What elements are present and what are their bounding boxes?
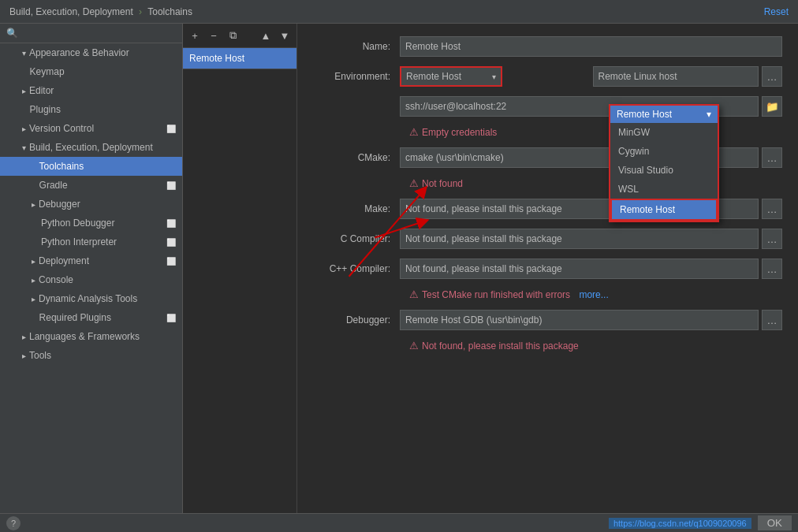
- add-toolchain-button[interactable]: +: [186, 27, 203, 44]
- sidebar-item-python-debugger[interactable]: Python Debugger ⬜: [0, 214, 182, 233]
- sidebar-item-appearance[interactable]: ▾ Appearance & Behavior: [0, 43, 182, 62]
- environment-dropdown[interactable]: Remote Host ▾: [400, 66, 502, 87]
- search-bar: 🔍: [0, 24, 182, 43]
- c-compiler-field: Not found, please install this package …: [400, 229, 782, 249]
- sidebar-item-label: Dynamic Analysis Tools: [39, 293, 137, 304]
- make-field: Not found, please install this package …: [400, 199, 782, 219]
- sidebar-item-toolchains[interactable]: Toolchains: [0, 157, 182, 176]
- reset-button[interactable]: Reset: [764, 6, 789, 17]
- environment-field: Remote Host ▾ Remote Linux host …: [400, 66, 782, 87]
- popup-item-remote-host[interactable]: Remote Host: [610, 199, 718, 221]
- debugger-more-button[interactable]: …: [762, 310, 782, 330]
- main-layout: 🔍 ▾ Appearance & Behavior Keymap ▸ Edito…: [0, 24, 798, 513]
- arrow-icon: ▸: [32, 200, 35, 209]
- settings-icon: ⬜: [166, 314, 176, 322]
- sidebar-item-label: Required Plugins: [39, 312, 111, 323]
- search-input[interactable]: [21, 28, 176, 39]
- toolchain-remote-host[interactable]: Remote Host: [183, 48, 296, 69]
- cmake-field: cmake (\usr\bin\cmake) …: [400, 147, 782, 168]
- center-panel: + − ⧉ ▲ ▼ Remote Host: [183, 24, 297, 513]
- search-icon: 🔍: [6, 28, 18, 39]
- env-selected-label: Remote Host: [406, 71, 461, 82]
- c-compiler-label: C Compiler:: [313, 233, 400, 244]
- sidebar-item-label: Tools: [29, 350, 51, 361]
- sidebar-item-label: Build, Execution, Deployment: [29, 142, 153, 153]
- cmake-label: CMake:: [313, 152, 400, 163]
- arrow-icon: ▾: [22, 143, 26, 152]
- name-input[interactable]: [400, 36, 782, 57]
- c-compiler-row: C Compiler: Not found, please install th…: [313, 229, 782, 249]
- arrow-icon: ▸: [32, 257, 35, 266]
- center-toolbar: + − ⧉ ▲ ▼: [183, 24, 296, 48]
- remove-toolchain-button[interactable]: −: [205, 27, 222, 44]
- debugger-row: Debugger: Remote Host GDB (\usr\bin\gdb)…: [313, 310, 782, 330]
- sidebar-item-label: Toolchains: [39, 161, 84, 172]
- remote-linux-more-button[interactable]: …: [762, 66, 782, 87]
- down-button[interactable]: ▼: [276, 27, 293, 44]
- c-compiler-dropdown[interactable]: Not found, please install this package: [400, 229, 759, 249]
- sidebar-item-version-control[interactable]: ▸ Version Control ⬜: [0, 119, 182, 138]
- sidebar-item-tools[interactable]: ▸ Tools: [0, 346, 182, 365]
- content-panel: Name: Environment: Remote Host ▾: [297, 24, 798, 374]
- sidebar-item-label: Gradle: [39, 180, 68, 191]
- cmake-not-found-text: Not found: [422, 178, 463, 189]
- sidebar: 🔍 ▾ Appearance & Behavior Keymap ▸ Edito…: [0, 24, 183, 513]
- sidebar-item-required-plugins[interactable]: Required Plugins ⬜: [0, 308, 182, 327]
- cpp-compiler-dropdown[interactable]: Not found, please install this package: [400, 259, 759, 279]
- copy-toolchain-button[interactable]: ⧉: [224, 27, 241, 44]
- arrow-icon: [32, 181, 36, 190]
- sidebar-item-editor[interactable]: ▸ Editor: [0, 81, 182, 100]
- popup-item-cygwin[interactable]: Cygwin: [610, 142, 718, 161]
- sidebar-item-build-exec[interactable]: ▾ Build, Execution, Deployment: [0, 138, 182, 157]
- ssh-folder-button[interactable]: 📁: [762, 96, 782, 117]
- error-icon: ⚠: [409, 177, 419, 189]
- popup-item-visual-studio[interactable]: Visual Studio: [610, 161, 718, 180]
- popup-selected-label: Remote Host: [617, 109, 672, 120]
- sidebar-item-languages[interactable]: ▸ Languages & Frameworks: [0, 327, 182, 346]
- make-more-button[interactable]: …: [762, 199, 782, 219]
- arrow-icon: ▾: [22, 49, 26, 58]
- cmake-more-button[interactable]: …: [762, 147, 782, 168]
- make-label: Make:: [313, 203, 400, 214]
- sidebar-item-debugger[interactable]: ▸ Debugger: [0, 195, 182, 214]
- sidebar-item-deployment[interactable]: ▸ Deployment ⬜: [0, 251, 182, 270]
- sidebar-item-console[interactable]: ▸ Console: [0, 270, 182, 289]
- environment-dropdown-wrap: Remote Host ▾: [400, 66, 590, 87]
- popup-item-wsl[interactable]: WSL: [610, 180, 718, 199]
- settings-icon: ⬜: [166, 257, 176, 266]
- c-compiler-more-button[interactable]: …: [762, 229, 782, 249]
- sidebar-item-keymap[interactable]: Keymap: [0, 62, 182, 81]
- arrow-icon: [22, 68, 27, 76]
- help-button[interactable]: ?: [6, 516, 21, 530]
- settings-icon: ⬜: [166, 219, 176, 228]
- error-icon: ⚠: [409, 288, 419, 300]
- sidebar-item-python-interpreter[interactable]: Python Interpreter ⬜: [0, 233, 182, 251]
- breadcrumb-separator: ›: [139, 6, 142, 17]
- cmake-test-text: Test CMake run finished with errors: [422, 289, 570, 300]
- arrow-icon: ▸: [22, 333, 26, 341]
- ssh-field: 📁: [400, 96, 782, 117]
- remote-linux-field: Remote Linux host …: [593, 66, 783, 87]
- environment-dropdown-popup: Remote Host ▾ MinGW Cygwin Visual Studio…: [609, 104, 719, 222]
- debugger-field: Remote Host GDB (\usr\bin\gdb) …: [400, 310, 782, 330]
- remote-linux-dropdown[interactable]: Remote Linux host: [593, 66, 759, 87]
- debugger-not-found-row: ⚠ Not found, please install this package: [313, 340, 782, 352]
- debugger-not-found-text: Not found, please install this package: [422, 340, 579, 352]
- popup-item-mingw[interactable]: MinGW: [610, 123, 718, 142]
- more-link[interactable]: more...: [579, 289, 608, 300]
- ok-button[interactable]: OK: [758, 515, 792, 530]
- popup-header[interactable]: Remote Host ▾: [610, 106, 718, 123]
- sidebar-item-dynamic-analysis[interactable]: ▸ Dynamic Analysis Tools: [0, 289, 182, 308]
- toolchain-item-label: Remote Host: [189, 53, 244, 64]
- sidebar-item-label: Version Control: [29, 123, 94, 134]
- debugger-label: Debugger:: [313, 314, 400, 326]
- settings-icon: ⬜: [166, 181, 176, 190]
- sidebar-item-plugins[interactable]: Plugins: [0, 100, 182, 119]
- name-field: [400, 36, 782, 57]
- sidebar-item-gradle[interactable]: Gradle ⬜: [0, 176, 182, 195]
- debugger-dropdown[interactable]: Remote Host GDB (\usr\bin\gdb): [400, 310, 759, 330]
- cpp-compiler-more-button[interactable]: …: [762, 259, 782, 279]
- cpp-compiler-row: C++ Compiler: Not found, please install …: [313, 259, 782, 279]
- sidebar-item-label: Python Interpreter: [41, 236, 117, 247]
- up-button[interactable]: ▲: [257, 27, 274, 44]
